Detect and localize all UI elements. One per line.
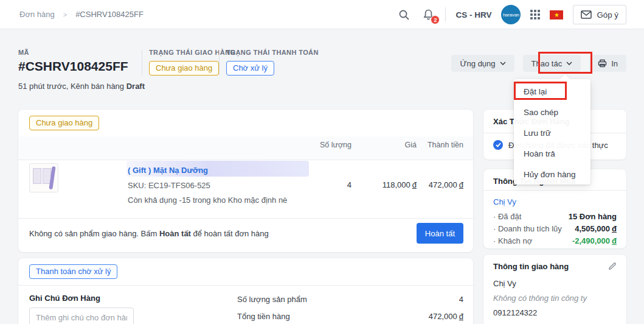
stat-orders-value: 15 Đơn hàng xyxy=(569,212,617,221)
topbar: Đơn hàng > #CSHRV108425FF 2 CS - HRV har… xyxy=(0,0,644,29)
column-header-total: Thành tiền xyxy=(428,141,463,149)
account-label: CS - HRV xyxy=(455,10,491,19)
customer-name-link[interactable]: Chị Vy xyxy=(493,197,516,206)
product-line-total: 472,000đ xyxy=(429,180,463,189)
fulfillment-footer-text: Không có sản phẩm giao hàng. Bấm Hoàn tấ… xyxy=(29,229,269,238)
stat-revenue-value: 4,505,000đ xyxy=(575,224,617,233)
stat-revenue-label: · Doanh thu tích lũy xyxy=(493,224,562,233)
apps-dropdown-button[interactable]: Ứng dụng xyxy=(451,55,514,72)
stat-debt-label: · Khách nợ xyxy=(493,236,532,245)
stat-row-orders: · Đã đặt 15 Đơn hàng xyxy=(493,212,617,221)
menu-item-cancel-order[interactable]: Hủy đơn hàng xyxy=(514,164,590,185)
shipping-phone: 0912124322 xyxy=(493,308,537,317)
divider xyxy=(18,160,473,160)
product-stock-note: Còn khả dụng -15 trong kho Kho mặc định … xyxy=(128,195,287,205)
menu-item-duplicate[interactable]: Sao chép xyxy=(514,102,590,123)
avatar[interactable]: haravan xyxy=(501,5,521,24)
order-code-column: MÃ #CSHRV108425FF xyxy=(18,49,128,74)
order-channel: Draft xyxy=(126,82,145,91)
payment-card: Thanh toán chờ xử lý Ghi Chú Đơn Hàng Số… xyxy=(18,258,473,324)
breadcrumb: Đơn hàng > #CSHRV108425FF xyxy=(19,10,144,19)
product-thumbnail[interactable] xyxy=(29,163,58,192)
summary-quantity-value: 4 xyxy=(459,295,463,304)
summary-subtotal-label: Tổng tiền hàng xyxy=(237,312,290,321)
actions-dropdown-button[interactable]: Thao tác xyxy=(523,55,581,72)
notifications-bell-icon[interactable]: 2 xyxy=(421,7,435,22)
divider xyxy=(18,285,473,286)
header-actions: Ứng dụng Thao tác In xyxy=(451,55,626,72)
summary-quantity-label: Số lượng sản phẩm xyxy=(237,295,307,304)
shipping-info-card: Thông tin giao hàng Chị Vy Không có thôn… xyxy=(483,255,626,324)
check-circle-icon xyxy=(493,140,503,150)
feedback-button-label: Góp ý xyxy=(597,10,618,19)
notification-count-badge: 2 xyxy=(431,15,440,24)
menu-item-archive[interactable]: Lưu trữ xyxy=(514,123,590,144)
fulfillment-status-badge: Chưa giao hàng xyxy=(149,61,219,76)
order-detail-page: Đơn hàng > #CSHRV108425FF 2 CS - HRV har… xyxy=(0,0,644,324)
payment-status-label: TRẠNG THÁI THANH TOÁN xyxy=(226,49,319,56)
chevron-down-icon xyxy=(566,62,572,65)
order-note-input[interactable] xyxy=(29,308,134,324)
menu-item-reset[interactable]: Đặt lại xyxy=(514,82,590,102)
product-quantity: 4 xyxy=(347,180,351,189)
edit-shipping-pencil-icon[interactable] xyxy=(608,262,617,272)
summary-subtotal-value: 472,000đ xyxy=(429,312,463,321)
print-button-label: In xyxy=(611,59,618,68)
payment-pending-badge: Thanh toán chờ xử lý xyxy=(29,264,117,279)
feedback-button[interactable]: Góp ý xyxy=(573,5,626,24)
fulfillment-card-status-badge: Chưa giao hàng xyxy=(29,116,99,130)
print-button[interactable]: In xyxy=(589,55,626,72)
breadcrumb-separator: > xyxy=(63,11,67,18)
apps-grid-icon[interactable] xyxy=(530,10,540,19)
product-price: 118,000đ xyxy=(383,180,417,189)
order-meta: 51 phút trước, Kênh bán hàng Draft xyxy=(18,82,145,91)
topbar-divider xyxy=(445,7,446,22)
chevron-down-icon xyxy=(500,62,506,65)
header-divider xyxy=(142,50,142,76)
order-note-label: Ghi Chú Đơn Hàng xyxy=(29,294,100,303)
vietnam-flag-icon[interactable]: ★ xyxy=(550,10,563,19)
column-header-price: Giá xyxy=(405,141,417,149)
fulfillment-card: Chưa giao hàng Số lượng Giá Thành tiền (… xyxy=(18,110,473,252)
fulfillment-status-label: TRẠNG THÁI GIAO HÀNG xyxy=(149,49,235,56)
search-icon[interactable] xyxy=(396,7,411,22)
column-header-quantity: Số lượng xyxy=(320,141,351,149)
order-code-label: MÃ xyxy=(18,49,128,56)
page-title-order-code: #CSHRV108425FF xyxy=(18,59,128,74)
payment-status-column: TRẠNG THÁI THANH TOÁN Chờ xử lý xyxy=(226,49,319,76)
product-name-link[interactable]: ( Gift ) Mặt Nạ Dưỡng xyxy=(128,166,208,175)
actions-dropdown-menu: Đặt lại Sao chép Lưu trữ Hoàn trả Hủy đơ… xyxy=(514,79,590,185)
stat-row-revenue: · Doanh thu tích lũy 4,505,000đ xyxy=(493,224,617,233)
payment-status-badge: Chờ xử lý xyxy=(226,61,274,76)
breadcrumb-current-order: #CSHRV108425FF xyxy=(75,10,144,19)
product-sku: SKU: EC19-TFS06-525 xyxy=(128,181,210,190)
printer-icon xyxy=(598,59,607,68)
apps-dropdown-label: Ứng dụng xyxy=(460,59,495,68)
breadcrumb-orders-link[interactable]: Đơn hàng xyxy=(19,10,55,19)
divider xyxy=(18,218,473,219)
envelope-icon xyxy=(581,10,592,19)
stat-orders-label: · Đã đặt xyxy=(493,212,521,221)
complete-order-button[interactable]: Hoàn tất xyxy=(417,223,463,244)
order-meta-text: 51 phút trước, Kênh bán hàng xyxy=(18,82,126,91)
divider xyxy=(483,190,626,191)
actions-dropdown-label: Thao tác xyxy=(531,59,563,68)
shipping-card-title: Thông tin giao hàng xyxy=(493,262,569,271)
fulfillment-status-column: TRẠNG THÁI GIAO HÀNG Chưa giao hàng xyxy=(149,49,235,76)
stat-debt-value: -2,490,000đ xyxy=(572,236,617,245)
shipping-recipient-name: Chị Vy xyxy=(493,279,516,288)
shipping-company-note: Không có thông tin công ty xyxy=(493,294,587,303)
header-divider-2 xyxy=(219,50,220,76)
stat-row-debt: · Khách nợ -2,490,000đ xyxy=(493,236,617,245)
menu-item-return[interactable]: Hoàn trả xyxy=(514,144,590,164)
topbar-right: 2 CS - HRV haravan ★ Góp ý xyxy=(396,0,626,29)
